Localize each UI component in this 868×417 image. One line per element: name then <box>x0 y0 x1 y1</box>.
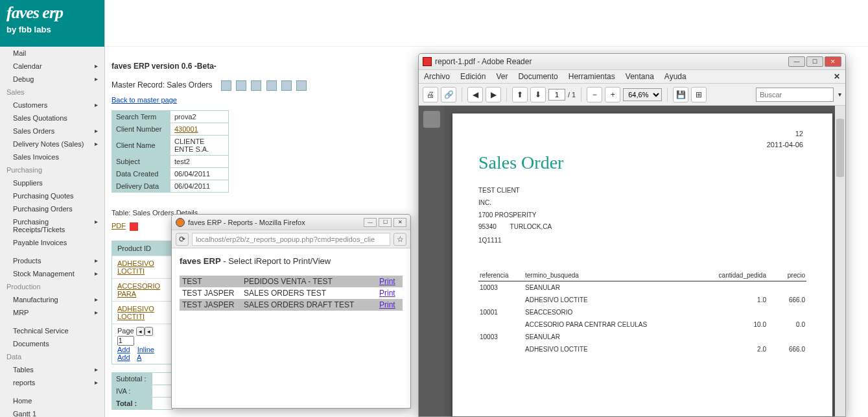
page-up-button[interactable]: ⬆ <box>512 87 528 102</box>
menu-item[interactable]: Sales Quotations <box>0 112 104 125</box>
page-down-button[interactable]: ⬇ <box>530 87 546 102</box>
menu-ver[interactable]: Ver <box>496 72 508 81</box>
tool-button[interactable]: ⊞ <box>691 87 707 102</box>
menu-edicion[interactable]: Edición <box>460 72 486 81</box>
search-dropdown-icon[interactable]: ▾ <box>838 91 841 98</box>
report-row[interactable]: TEST JASPERSALES ORDERS TESTPrint <box>180 287 403 299</box>
toolbar-icon[interactable] <box>236 80 246 91</box>
sidebar: faves erp by fbb labs MailCalendarDebugS… <box>0 0 105 417</box>
ff-titlebar[interactable]: faves ERP - Reports - Mozilla Firefox — … <box>172 215 410 230</box>
ff-star-button[interactable]: ☆ <box>393 233 406 246</box>
back-link[interactable]: Back to master page <box>111 96 177 104</box>
total-value <box>152 397 173 409</box>
doc-addr3: 1700 PROSPERITY <box>478 211 806 220</box>
toolbar-icon[interactable] <box>296 80 307 91</box>
col-term: termino_busqueda <box>524 270 709 281</box>
menu-ventana[interactable]: Ventana <box>626 72 654 81</box>
adobe-doc-close-button[interactable]: ✕ <box>834 72 840 81</box>
next-page-button[interactable]: ▶ <box>486 87 501 102</box>
menu-item[interactable]: Stock Management <box>0 267 104 280</box>
doc-code: 1Q1111 <box>478 237 806 244</box>
adobe-titlebar[interactable]: report-1.pdf - Adobe Reader — ☐ ✕ <box>419 54 845 69</box>
menu-item[interactable]: Tables <box>0 363 104 376</box>
toolbar-icon[interactable] <box>251 80 261 91</box>
doc-cityrow: 95340 TURLOCK,CA <box>478 223 806 230</box>
report-col2: PEDIDOS VENTA - TEST <box>241 276 377 287</box>
ff-url-input[interactable] <box>192 233 390 246</box>
menu-item[interactable]: Purchasing Orders <box>0 202 104 215</box>
zoom-select[interactable]: 64,6% <box>623 88 662 101</box>
page-current-input[interactable] <box>548 89 565 101</box>
line-term: SEACCESORIO <box>524 306 709 318</box>
toolbar-icon[interactable] <box>221 80 231 91</box>
menu-item[interactable]: Purchasing Receipts/Tickets <box>0 215 104 236</box>
menu-item[interactable]: Sales Invoices <box>0 150 104 163</box>
ff-close-button[interactable]: ✕ <box>393 218 406 227</box>
menu-item[interactable]: Products <box>0 254 104 267</box>
pager-prev-button[interactable]: ◂ <box>136 327 145 336</box>
menu-item[interactable]: Documents <box>0 337 104 350</box>
toolbar-icon[interactable] <box>281 80 292 91</box>
detail-row[interactable]: ACCESORIO PARA <box>112 278 172 301</box>
detail-row[interactable]: ADHESIVO LOCTITI <box>112 301 172 324</box>
pdf-icon[interactable] <box>130 222 138 231</box>
menu-herramientas[interactable]: Herramientas <box>569 72 615 81</box>
menu-item[interactable]: MRP <box>0 306 104 319</box>
report-print-link[interactable]: Print <box>377 276 403 287</box>
detail-row[interactable]: ADHESIVO LOCTITI <box>112 256 172 278</box>
adobe-side-panel <box>419 106 445 416</box>
ff-minimize-button[interactable]: — <box>364 218 377 227</box>
adobe-window: report-1.pdf - Adobe Reader — ☐ ✕ Archiv… <box>418 53 846 417</box>
menu-item[interactable]: Payable Invoices <box>0 236 104 249</box>
menu-item[interactable]: Delivery Notes (Sales) <box>0 137 104 150</box>
adobe-close-button[interactable]: ✕ <box>825 56 841 67</box>
collab-button[interactable]: 🔗 <box>441 87 456 102</box>
pdf-link[interactable]: PDF <box>111 222 126 230</box>
menu-item[interactable]: Calendar <box>0 60 104 73</box>
prev-page-button[interactable]: ◀ <box>467 87 483 102</box>
menu-item[interactable]: Suppliers <box>0 176 104 189</box>
pager-a-link[interactable]: A <box>137 353 141 361</box>
adobe-search-input[interactable] <box>756 88 834 102</box>
menu-ayuda[interactable]: Ayuda <box>664 72 686 81</box>
ff-reload-button[interactable]: ⟳ <box>176 233 189 246</box>
report-row[interactable]: TESTPEDIDOS VENTA - TESTPrint <box>180 276 403 287</box>
report-print-link[interactable]: Print <box>377 299 403 311</box>
totals-table: Subtotal :IVA :Total : <box>111 372 173 410</box>
scrollbar-thumb[interactable] <box>836 119 844 177</box>
menu-item[interactable]: Gantt 1 <box>0 407 104 417</box>
record-value[interactable]: 430001 <box>170 123 229 136</box>
menu-item[interactable]: Customers <box>0 99 104 112</box>
firefox-icon <box>176 218 185 227</box>
report-col2: SALES ORDERS DRAFT TEST <box>241 299 377 311</box>
pager-prev2-button[interactable]: ◂ <box>145 327 153 336</box>
adobe-minimize-button[interactable]: — <box>788 56 805 67</box>
col-qty: cantidad_pedida <box>709 270 768 281</box>
doc-number: 12 <box>795 130 803 137</box>
menu-documento[interactable]: Documento <box>518 72 557 81</box>
menu-item[interactable]: Purchasing Quotes <box>0 189 104 202</box>
report-print-link[interactable]: Print <box>377 287 403 299</box>
adobe-viewport: 12 2011-04-06 Sales Order TEST CLIENT IN… <box>419 106 845 416</box>
menu-archivo[interactable]: Archivo <box>424 72 450 81</box>
total-value <box>152 372 173 385</box>
pages-panel-icon[interactable] <box>423 111 440 128</box>
adobe-scrollbar[interactable] <box>835 106 845 416</box>
save-button[interactable]: 💾 <box>673 87 688 102</box>
menu-item[interactable]: reports <box>0 376 104 389</box>
menu-item[interactable]: Home <box>0 394 104 407</box>
zoom-out-button[interactable]: − <box>587 87 602 102</box>
menu-item[interactable]: Sales Orders <box>0 125 104 137</box>
pager-input[interactable] <box>117 336 134 346</box>
print-button[interactable]: 🖨 <box>423 87 438 102</box>
menu-item[interactable]: Technical Service <box>0 324 104 337</box>
toolbar-icon[interactable] <box>266 80 277 91</box>
menu-item[interactable]: Mail <box>0 47 104 60</box>
report-row[interactable]: TEST JASPERSALES ORDERS DRAFT TESTPrint <box>180 299 403 311</box>
adobe-maximize-button[interactable]: ☐ <box>806 56 823 67</box>
menu-item[interactable]: Manufacturing <box>0 293 104 306</box>
pager-add-link[interactable]: Add <box>117 346 130 353</box>
zoom-in-button[interactable]: + <box>605 87 620 102</box>
ff-maximize-button[interactable]: ☐ <box>379 218 392 227</box>
menu-item[interactable]: Debug <box>0 73 104 86</box>
